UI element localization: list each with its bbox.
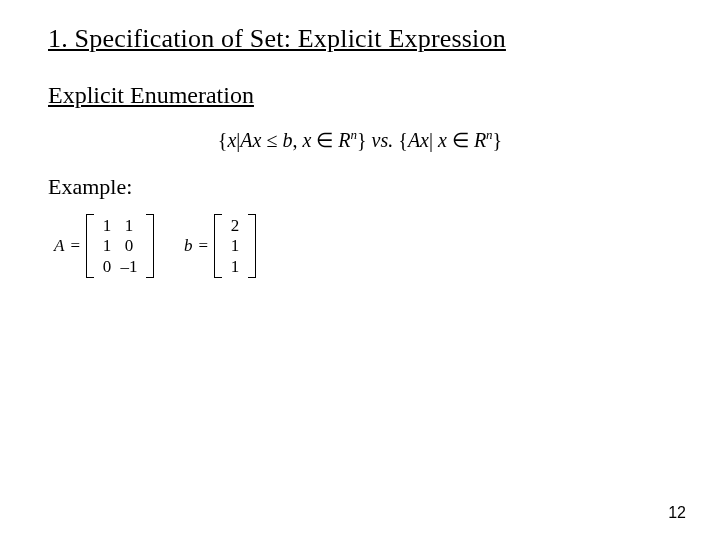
page-number: 12 xyxy=(668,504,686,522)
vector-b: 2 1 1 xyxy=(214,214,256,279)
example-matrices: A = 1 1 1 0 0 –1 b = 2 xyxy=(54,214,672,279)
var-x: x xyxy=(438,129,447,151)
matrix-A: 1 1 1 0 0 –1 xyxy=(86,214,154,279)
matrix-A-definition: A = 1 1 1 0 0 –1 xyxy=(54,214,154,279)
matrix-cell: 0 xyxy=(98,257,116,277)
matrix-cell: 1 xyxy=(226,257,244,277)
vector-b-name: b xyxy=(184,236,193,256)
rbrace: } xyxy=(357,129,367,151)
equals-sign: = xyxy=(70,236,80,256)
bracket-left xyxy=(86,214,94,279)
vector-b-body: 2 1 1 xyxy=(222,214,248,279)
element-of: ∈ xyxy=(447,129,474,151)
set-R: R xyxy=(338,129,350,151)
slide-title: 1. Specification of Set: Explicit Expres… xyxy=(48,24,672,54)
comma: , xyxy=(292,129,302,151)
matrix-cell: –1 xyxy=(116,257,142,277)
matrix-cell: 1 xyxy=(98,236,116,256)
equals-sign: = xyxy=(198,236,208,256)
bracket-left xyxy=(214,214,222,279)
example-label: Example: xyxy=(48,174,672,200)
var-x: x xyxy=(302,129,311,151)
set-formula: {x|Ax ≤ b, x ∈ Rn} vs. {Ax| x ∈ Rn} xyxy=(48,127,672,152)
term-Ax: Ax xyxy=(240,129,261,151)
matrix-cell: 0 xyxy=(116,236,142,256)
matrix-A-body: 1 1 1 0 0 –1 xyxy=(94,214,146,279)
rbrace: } xyxy=(493,129,503,151)
matrix-cell: 1 xyxy=(116,216,142,236)
term-Ax: Ax xyxy=(408,129,429,151)
matrix-cell: 2 xyxy=(226,216,244,236)
matrix-A-name: A xyxy=(54,236,64,256)
matrix-cell: 1 xyxy=(226,236,244,256)
element-of: ∈ xyxy=(311,129,338,151)
vs-text: vs. xyxy=(367,129,399,151)
leq-symbol: ≤ xyxy=(261,129,282,151)
var-x: x xyxy=(227,129,236,151)
section-subhead: Explicit Enumeration xyxy=(48,82,672,109)
bracket-right xyxy=(146,214,154,279)
such-that-bar: | xyxy=(429,129,438,151)
vector-b-definition: b = 2 1 1 xyxy=(184,214,256,279)
bracket-right xyxy=(248,214,256,279)
term-b: b xyxy=(282,129,292,151)
set-R: R xyxy=(474,129,486,151)
lbrace: { xyxy=(398,129,408,151)
matrix-cell: 1 xyxy=(98,216,116,236)
lbrace: { xyxy=(218,129,228,151)
